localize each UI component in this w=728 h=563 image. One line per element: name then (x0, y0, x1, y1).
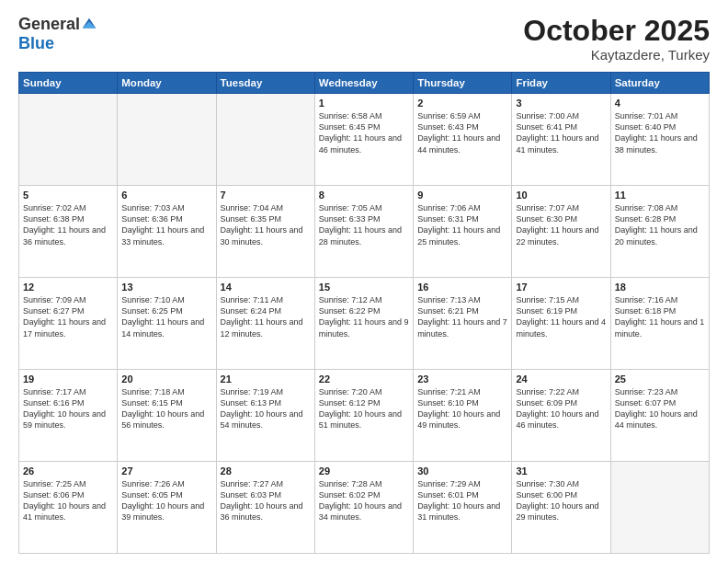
calendar-week-row: 1Sunrise: 6:58 AMSunset: 6:45 PMDaylight… (19, 94, 710, 186)
day-number: 27 (121, 465, 211, 477)
header: General Blue October 2025 Kaytazdere, Tu… (18, 15, 710, 63)
calendar-cell: 22Sunrise: 7:20 AMSunset: 6:12 PMDayligh… (314, 370, 413, 462)
calendar-day-header: Tuesday (216, 73, 314, 94)
calendar-cell: 6Sunrise: 7:03 AMSunset: 6:36 PMDaylight… (118, 186, 216, 278)
day-number: 24 (516, 373, 606, 385)
day-number: 31 (516, 465, 606, 477)
calendar-day-header: Thursday (414, 73, 512, 94)
day-number: 6 (121, 190, 211, 201)
calendar-cell: 31Sunrise: 7:30 AMSunset: 6:00 PMDayligh… (512, 462, 610, 554)
day-number: 29 (319, 465, 409, 477)
calendar-day-header: Saturday (610, 73, 709, 94)
day-number: 7 (221, 190, 311, 201)
cell-info: Sunrise: 7:02 AMSunset: 6:38 PMDaylight:… (23, 202, 113, 247)
cell-info: Sunrise: 6:59 AMSunset: 6:43 PMDaylight:… (417, 110, 507, 155)
day-number: 9 (417, 190, 507, 201)
day-number: 4 (615, 98, 705, 109)
day-number: 25 (615, 373, 705, 385)
calendar-cell: 9Sunrise: 7:06 AMSunset: 6:31 PMDaylight… (414, 186, 512, 278)
calendar-cell (118, 94, 216, 186)
logo: General Blue (18, 15, 98, 53)
calendar-cell: 15Sunrise: 7:12 AMSunset: 6:22 PMDayligh… (314, 278, 413, 370)
cell-info: Sunrise: 7:00 AMSunset: 6:41 PMDaylight:… (516, 110, 606, 155)
cell-info: Sunrise: 7:15 AMSunset: 6:19 PMDaylight:… (516, 294, 606, 339)
cell-info: Sunrise: 7:28 AMSunset: 6:02 PMDaylight:… (319, 478, 409, 523)
cell-info: Sunrise: 7:22 AMSunset: 6:09 PMDaylight:… (516, 386, 606, 431)
day-number: 3 (516, 98, 606, 109)
cell-info: Sunrise: 7:11 AMSunset: 6:24 PMDaylight:… (221, 294, 311, 339)
calendar-header-row: SundayMondayTuesdayWednesdayThursdayFrid… (19, 73, 710, 94)
day-number: 8 (319, 190, 409, 201)
day-number: 22 (319, 373, 409, 385)
day-number: 12 (23, 282, 113, 293)
day-number: 26 (23, 465, 113, 477)
calendar-cell: 21Sunrise: 7:19 AMSunset: 6:13 PMDayligh… (216, 370, 314, 462)
day-number: 19 (23, 373, 113, 385)
cell-info: Sunrise: 7:16 AMSunset: 6:18 PMDaylight:… (615, 294, 705, 339)
calendar-cell: 17Sunrise: 7:15 AMSunset: 6:19 PMDayligh… (512, 278, 610, 370)
cell-info: Sunrise: 7:27 AMSunset: 6:03 PMDaylight:… (221, 478, 311, 523)
cell-info: Sunrise: 7:20 AMSunset: 6:12 PMDaylight:… (319, 386, 409, 431)
cell-info: Sunrise: 7:04 AMSunset: 6:35 PMDaylight:… (221, 202, 311, 247)
cell-info: Sunrise: 7:23 AMSunset: 6:07 PMDaylight:… (615, 386, 705, 431)
day-number: 10 (516, 190, 606, 201)
calendar-cell: 1Sunrise: 6:58 AMSunset: 6:45 PMDaylight… (314, 94, 413, 186)
cell-info: Sunrise: 7:26 AMSunset: 6:05 PMDaylight:… (121, 478, 211, 523)
calendar-day-header: Monday (118, 73, 216, 94)
cell-info: Sunrise: 6:58 AMSunset: 6:45 PMDaylight:… (319, 110, 409, 155)
title-block: October 2025 Kaytazdere, Turkey (523, 15, 710, 63)
calendar-cell: 2Sunrise: 6:59 AMSunset: 6:43 PMDaylight… (414, 94, 512, 186)
calendar-cell: 5Sunrise: 7:02 AMSunset: 6:38 PMDaylight… (19, 186, 118, 278)
calendar-cell (216, 94, 314, 186)
day-number: 28 (221, 465, 311, 477)
day-number: 23 (417, 373, 507, 385)
calendar-cell: 13Sunrise: 7:10 AMSunset: 6:25 PMDayligh… (118, 278, 216, 370)
calendar-cell: 8Sunrise: 7:05 AMSunset: 6:33 PMDaylight… (314, 186, 413, 278)
logo-blue: Blue (18, 34, 54, 53)
cell-info: Sunrise: 7:21 AMSunset: 6:10 PMDaylight:… (417, 386, 507, 431)
day-number: 20 (121, 373, 211, 385)
calendar-day-header: Friday (512, 73, 610, 94)
logo-general: General (18, 15, 80, 34)
calendar-week-row: 26Sunrise: 7:25 AMSunset: 6:06 PMDayligh… (19, 462, 710, 554)
calendar-cell: 23Sunrise: 7:21 AMSunset: 6:10 PMDayligh… (414, 370, 512, 462)
day-number: 13 (121, 282, 211, 293)
cell-info: Sunrise: 7:30 AMSunset: 6:00 PMDaylight:… (516, 478, 606, 523)
cell-info: Sunrise: 7:25 AMSunset: 6:06 PMDaylight:… (23, 478, 113, 523)
calendar-week-row: 19Sunrise: 7:17 AMSunset: 6:16 PMDayligh… (19, 370, 710, 462)
calendar-table: SundayMondayTuesdayWednesdayThursdayFrid… (18, 72, 710, 554)
calendar-cell: 29Sunrise: 7:28 AMSunset: 6:02 PMDayligh… (314, 462, 413, 554)
calendar-cell: 26Sunrise: 7:25 AMSunset: 6:06 PMDayligh… (19, 462, 118, 554)
cell-info: Sunrise: 7:17 AMSunset: 6:16 PMDaylight:… (23, 386, 113, 431)
logo-icon (81, 17, 97, 33)
calendar-cell: 7Sunrise: 7:04 AMSunset: 6:35 PMDaylight… (216, 186, 314, 278)
cell-info: Sunrise: 7:10 AMSunset: 6:25 PMDaylight:… (121, 294, 211, 339)
calendar-cell: 18Sunrise: 7:16 AMSunset: 6:18 PMDayligh… (610, 278, 709, 370)
cell-info: Sunrise: 7:01 AMSunset: 6:40 PMDaylight:… (615, 110, 705, 155)
calendar-cell: 4Sunrise: 7:01 AMSunset: 6:40 PMDaylight… (610, 94, 709, 186)
day-number: 15 (319, 282, 409, 293)
day-number: 14 (221, 282, 311, 293)
calendar-day-header: Wednesday (314, 73, 413, 94)
calendar-cell: 20Sunrise: 7:18 AMSunset: 6:15 PMDayligh… (118, 370, 216, 462)
calendar-week-row: 5Sunrise: 7:02 AMSunset: 6:38 PMDaylight… (19, 186, 710, 278)
calendar-cell: 16Sunrise: 7:13 AMSunset: 6:21 PMDayligh… (414, 278, 512, 370)
cell-info: Sunrise: 7:12 AMSunset: 6:22 PMDaylight:… (319, 294, 409, 339)
calendar-cell (19, 94, 118, 186)
calendar-day-header: Sunday (19, 73, 118, 94)
cell-info: Sunrise: 7:18 AMSunset: 6:15 PMDaylight:… (121, 386, 211, 431)
cell-info: Sunrise: 7:05 AMSunset: 6:33 PMDaylight:… (319, 202, 409, 247)
cell-info: Sunrise: 7:19 AMSunset: 6:13 PMDaylight:… (221, 386, 311, 431)
calendar-cell: 24Sunrise: 7:22 AMSunset: 6:09 PMDayligh… (512, 370, 610, 462)
calendar-cell: 27Sunrise: 7:26 AMSunset: 6:05 PMDayligh… (118, 462, 216, 554)
calendar-cell: 12Sunrise: 7:09 AMSunset: 6:27 PMDayligh… (19, 278, 118, 370)
day-number: 17 (516, 282, 606, 293)
page: General Blue October 2025 Kaytazdere, Tu… (0, 0, 728, 563)
cell-info: Sunrise: 7:06 AMSunset: 6:31 PMDaylight:… (417, 202, 507, 247)
day-number: 30 (417, 465, 507, 477)
calendar-cell: 25Sunrise: 7:23 AMSunset: 6:07 PMDayligh… (610, 370, 709, 462)
day-number: 11 (615, 190, 705, 201)
calendar-cell: 19Sunrise: 7:17 AMSunset: 6:16 PMDayligh… (19, 370, 118, 462)
month-title: October 2025 (523, 15, 710, 47)
day-number: 2 (417, 98, 507, 109)
